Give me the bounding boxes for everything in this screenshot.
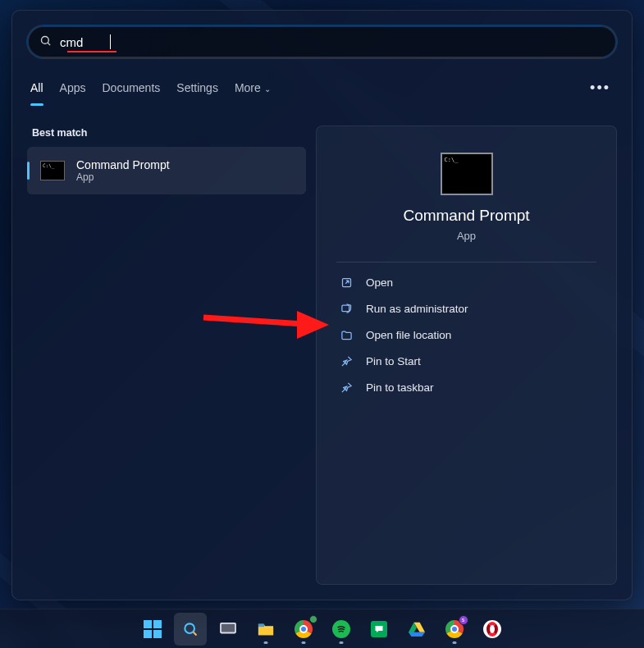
taskbar-explorer[interactable] xyxy=(249,613,282,646)
action-label: Open file location xyxy=(366,329,451,341)
search-bar[interactable] xyxy=(27,25,617,58)
action-open-file-location[interactable]: Open file location xyxy=(336,322,596,348)
svg-line-7 xyxy=(193,632,196,635)
taskbar-opera[interactable] xyxy=(476,613,509,646)
open-icon xyxy=(340,276,353,289)
taskbar-taskview[interactable] xyxy=(212,613,244,646)
taskbar-drive[interactable] xyxy=(400,613,433,646)
annotation-underline xyxy=(67,51,116,52)
status-badge: s xyxy=(459,615,468,625)
action-label: Pin to Start xyxy=(366,355,421,367)
search-icon xyxy=(182,621,199,637)
preview-title: Command Prompt xyxy=(336,207,596,225)
tab-more[interactable]: More⌄ xyxy=(235,81,271,94)
folder-icon xyxy=(340,328,353,341)
action-label: Pin to taskbar xyxy=(366,381,434,394)
pin-icon xyxy=(340,381,353,394)
opera-icon xyxy=(483,620,501,638)
svg-rect-3 xyxy=(341,305,349,312)
svg-rect-9 xyxy=(221,623,234,632)
text-caret xyxy=(110,34,111,49)
tab-documents[interactable]: Documents xyxy=(102,81,160,94)
action-label: Open xyxy=(366,276,393,289)
action-label: Run as administrator xyxy=(366,303,468,315)
svg-point-0 xyxy=(42,37,49,44)
preview-column: C:\_ Command Prompt App Open Run as admi… xyxy=(316,125,617,585)
chat-icon xyxy=(371,621,387,637)
tab-settings[interactable]: Settings xyxy=(176,81,218,94)
search-icon xyxy=(39,34,52,49)
result-subtitle: App xyxy=(76,171,170,183)
windows-logo-icon xyxy=(144,620,162,638)
svg-rect-11 xyxy=(258,623,263,627)
action-run-as-admin[interactable]: Run as administrator xyxy=(336,295,596,322)
svg-point-6 xyxy=(185,623,194,633)
tab-all[interactable]: All xyxy=(30,81,43,94)
taskbar-start[interactable] xyxy=(136,613,169,646)
chrome-icon xyxy=(295,620,313,638)
tab-apps[interactable]: Apps xyxy=(60,81,86,94)
folder-icon xyxy=(257,621,275,637)
chevron-down-icon: ⌄ xyxy=(264,84,271,94)
taskbar: s xyxy=(0,609,644,648)
result-title: Command Prompt xyxy=(76,158,170,171)
taskbar-app-s[interactable]: s xyxy=(438,613,471,646)
cmd-icon: C:\_ xyxy=(40,161,65,180)
action-pin-to-start[interactable]: Pin to Start xyxy=(336,348,596,374)
start-search-panel: All Apps Documents Settings More⌄ ••• Be… xyxy=(11,10,633,600)
svg-marker-14 xyxy=(409,632,425,636)
result-command-prompt[interactable]: C:\_ Command Prompt App xyxy=(27,147,306,194)
search-input[interactable] xyxy=(60,35,605,49)
taskview-icon xyxy=(219,622,237,637)
taskbar-chat[interactable] xyxy=(363,613,395,646)
filter-tabs: All Apps Documents Settings More⌄ ••• xyxy=(27,73,617,103)
section-best-match: Best match xyxy=(32,127,306,139)
svg-rect-10 xyxy=(258,627,272,635)
preview-icon: C:\_ xyxy=(441,153,493,195)
preview-subtitle: App xyxy=(336,230,596,242)
spotify-icon xyxy=(332,620,350,638)
overflow-menu[interactable]: ••• xyxy=(587,76,614,100)
action-pin-to-taskbar[interactable]: Pin to taskbar xyxy=(336,374,596,400)
svg-line-1 xyxy=(48,43,50,45)
pin-icon xyxy=(340,354,353,367)
admin-icon xyxy=(340,302,353,315)
action-open[interactable]: Open xyxy=(336,269,596,295)
status-badge xyxy=(309,615,317,623)
taskbar-chrome[interactable] xyxy=(287,613,320,646)
divider xyxy=(336,262,596,262)
results-column: Best match C:\_ Command Prompt App xyxy=(27,125,306,585)
taskbar-spotify[interactable] xyxy=(325,613,358,646)
taskbar-search[interactable] xyxy=(174,613,207,646)
drive-icon xyxy=(408,621,426,637)
